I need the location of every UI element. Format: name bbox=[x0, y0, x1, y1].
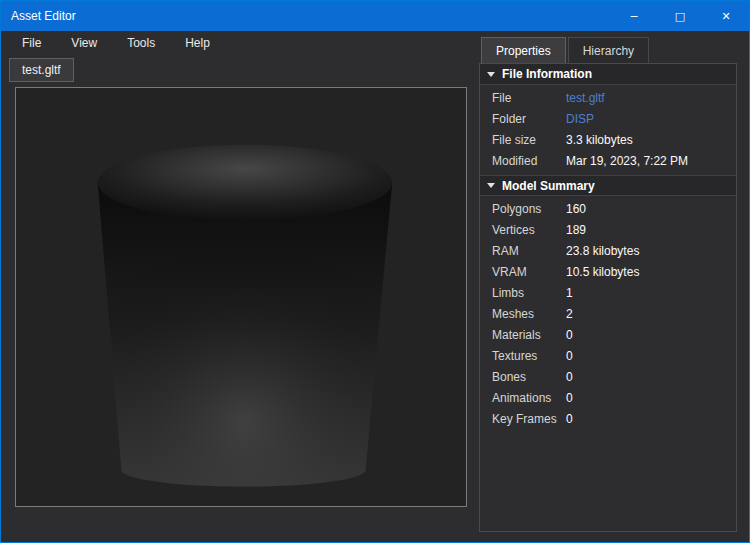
property-value: 3.3 kilobytes bbox=[566, 133, 633, 147]
property-value: 0 bbox=[566, 370, 573, 384]
tab-hierarchy[interactable]: Hierarchy bbox=[568, 37, 649, 63]
doc-tab-test-gltf[interactable]: test.gltf bbox=[9, 58, 74, 82]
minimize-button[interactable]: ─ bbox=[611, 1, 657, 31]
menu-view[interactable]: View bbox=[56, 31, 112, 54]
property-value: 1 bbox=[566, 286, 573, 300]
property-label: Folder bbox=[492, 112, 566, 126]
property-value: 0 bbox=[566, 412, 573, 426]
close-button[interactable]: ✕ bbox=[703, 1, 749, 31]
property-row-textures: Textures0 bbox=[480, 345, 736, 366]
property-label: VRAM bbox=[492, 265, 566, 279]
section-title: Model Summary bbox=[502, 179, 595, 193]
property-row-vram: VRAM10.5 kilobytes bbox=[480, 261, 736, 282]
property-row-meshes: Meshes2 bbox=[480, 303, 736, 324]
menu-tools[interactable]: Tools bbox=[112, 31, 170, 54]
asset-editor-window: Asset Editor ─ □ ✕ FileViewToolsHelp tes… bbox=[0, 0, 750, 543]
maximize-button[interactable]: □ bbox=[657, 1, 703, 31]
property-value: 189 bbox=[566, 223, 586, 237]
property-value[interactable]: test.gltf bbox=[566, 91, 605, 105]
collapse-arrow-icon bbox=[487, 183, 495, 188]
property-row-limbs: Limbs1 bbox=[480, 282, 736, 303]
property-row-folder: FolderDISP bbox=[480, 108, 736, 129]
property-row-ram: RAM23.8 kilobytes bbox=[480, 240, 736, 261]
titlebar: Asset Editor ─ □ ✕ bbox=[1, 1, 749, 31]
property-value: 0 bbox=[566, 328, 573, 342]
property-label: RAM bbox=[492, 244, 566, 258]
property-row-file: Filetest.gltf bbox=[480, 87, 736, 108]
property-row-vertices: Vertices189 bbox=[480, 219, 736, 240]
property-value: 0 bbox=[566, 391, 573, 405]
window-title: Asset Editor bbox=[1, 9, 611, 23]
property-row-key-frames: Key Frames0 bbox=[480, 408, 736, 429]
window-controls: ─ □ ✕ bbox=[611, 1, 749, 31]
section-rows-model-summary: Polygons160Vertices189RAM23.8 kilobytesV… bbox=[480, 196, 736, 433]
panel-tabstrip: PropertiesHierarchy bbox=[479, 37, 737, 63]
section-rows-file-information: Filetest.gltfFolderDISPFile size3.3 kilo… bbox=[480, 85, 736, 175]
property-label: File bbox=[492, 91, 566, 105]
property-value: 2 bbox=[566, 307, 573, 321]
property-value: 10.5 kilobytes bbox=[566, 265, 639, 279]
property-label: Vertices bbox=[492, 223, 566, 237]
property-label: Modified bbox=[492, 154, 566, 168]
model-cylinder bbox=[16, 88, 466, 506]
property-row-bones: Bones0 bbox=[480, 366, 736, 387]
property-value: 0 bbox=[566, 349, 573, 363]
property-value: Mar 19, 2023, 7:22 PM bbox=[566, 154, 688, 168]
panel-body: File InformationFiletest.gltfFolderDISPF… bbox=[479, 63, 737, 532]
property-label: File size bbox=[492, 133, 566, 147]
properties-panel: PropertiesHierarchy File InformationFile… bbox=[479, 37, 737, 532]
section-header-model-summary[interactable]: Model Summary bbox=[480, 175, 736, 196]
viewport-3d[interactable] bbox=[15, 87, 467, 507]
property-label: Meshes bbox=[492, 307, 566, 321]
property-label: Textures bbox=[492, 349, 566, 363]
property-label: Polygons bbox=[492, 202, 566, 216]
section-header-file-information[interactable]: File Information bbox=[480, 64, 736, 85]
property-value: 23.8 kilobytes bbox=[566, 244, 639, 258]
menu-file[interactable]: File bbox=[7, 31, 56, 54]
section-title: File Information bbox=[502, 67, 592, 81]
collapse-arrow-icon bbox=[487, 72, 495, 77]
property-row-polygons: Polygons160 bbox=[480, 198, 736, 219]
property-value[interactable]: DISP bbox=[566, 112, 594, 126]
property-label: Key Frames bbox=[492, 412, 566, 426]
property-label: Materials bbox=[492, 328, 566, 342]
menu-help[interactable]: Help bbox=[170, 31, 225, 54]
property-label: Bones bbox=[492, 370, 566, 384]
property-row-modified: ModifiedMar 19, 2023, 7:22 PM bbox=[480, 150, 736, 171]
property-row-animations: Animations0 bbox=[480, 387, 736, 408]
property-label: Limbs bbox=[492, 286, 566, 300]
tab-properties[interactable]: Properties bbox=[481, 37, 566, 63]
property-row-file-size: File size3.3 kilobytes bbox=[480, 129, 736, 150]
property-label: Animations bbox=[492, 391, 566, 405]
property-value: 160 bbox=[566, 202, 586, 216]
property-row-materials: Materials0 bbox=[480, 324, 736, 345]
